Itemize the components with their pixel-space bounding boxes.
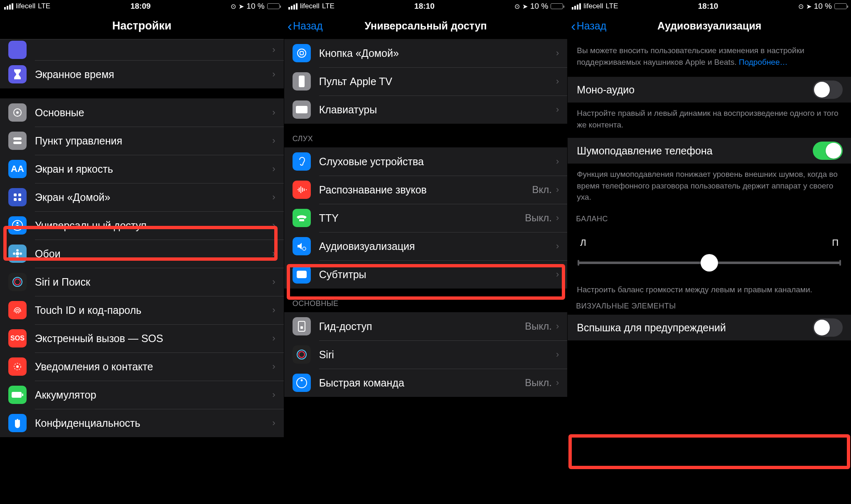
row-hearing-devices[interactable]: Слуховые устройства›: [284, 147, 568, 176]
chevron-right-icon: ›: [272, 107, 275, 118]
navbar: Настройки: [0, 12, 284, 39]
flower-icon: [8, 245, 27, 263]
chevron-right-icon: ›: [272, 361, 275, 372]
row-label: Шумоподавление телефона: [577, 145, 813, 157]
chevron-right-icon: ›: [556, 241, 559, 252]
row-screen-time[interactable]: Экранное время ›: [0, 60, 284, 88]
battery-percent: 10 %: [530, 2, 548, 11]
chevron-right-icon: ›: [272, 418, 275, 428]
generic-icon: [8, 41, 27, 59]
network-label: LTE: [38, 2, 50, 10]
battery-percent: 10 %: [814, 2, 832, 11]
slider-thumb[interactable]: [701, 254, 718, 272]
svg-rect-27: [297, 271, 307, 278]
row-label: Аудиовизуализация: [319, 240, 556, 252]
siri-icon: [293, 345, 311, 364]
row-shortcut[interactable]: Быстрая команда Выкл.›: [284, 369, 568, 397]
row-label: Экран «Домой»: [35, 191, 272, 203]
row-control-center[interactable]: Пункт управления›: [0, 127, 284, 155]
svg-point-9: [17, 222, 19, 224]
chevron-right-icon: ›: [556, 349, 559, 360]
chevron-right-icon: ›: [556, 76, 559, 87]
alarm-icon: ⊙: [798, 2, 804, 10]
row-value: Выкл.: [525, 321, 552, 332]
noise-cancel-switch[interactable]: [813, 142, 843, 160]
row-home-button[interactable]: Кнопка «Домой»›: [284, 39, 568, 67]
row-tty[interactable]: TTY Выкл.›: [284, 204, 568, 232]
svg-rect-19: [12, 392, 22, 398]
chevron-right-icon: ›: [556, 104, 559, 115]
row-noise-cancel[interactable]: Шумоподавление телефона: [568, 138, 851, 164]
headphone-accommodations-footer: Вы можете вносить пользовательские измен…: [568, 39, 851, 77]
chevron-right-icon: ›: [556, 321, 559, 332]
row-accessibility[interactable]: Универсальный доступ›: [0, 211, 284, 240]
row-siri[interactable]: Siri и Поиск›: [0, 268, 284, 296]
chevron-right-icon: ›: [272, 44, 275, 55]
row-label: Экранное время: [35, 69, 272, 81]
home-button-icon: [293, 44, 311, 62]
row-display[interactable]: AA Экран и яркость›: [0, 155, 284, 183]
section-visual: Визуальные элементы: [568, 299, 851, 315]
chevron-right-icon: ›: [556, 213, 559, 223]
battery-icon: [834, 3, 847, 9]
row-unknown-top[interactable]: ›: [0, 39, 284, 60]
balance-right-label: П: [832, 237, 839, 248]
row-battery[interactable]: Аккумулятор›: [0, 381, 284, 409]
row-label: TTY: [319, 212, 525, 224]
location-icon: ➤: [806, 2, 812, 10]
svg-point-12: [16, 256, 19, 258]
row-wallpaper[interactable]: Обои›: [0, 240, 284, 268]
chevron-right-icon: ›: [272, 305, 275, 316]
svg-rect-20: [22, 394, 23, 396]
row-label: Распознавание звуков: [319, 184, 532, 196]
row-privacy[interactable]: Конфиденциальность›: [0, 409, 284, 437]
exposure-icon: [8, 357, 27, 376]
row-exposure[interactable]: Уведомления о контакте›: [0, 352, 284, 381]
switches-icon: [8, 132, 27, 150]
phone-accessibility: lifecell LTE 18:10 ⊙ ➤ 10 % ‹Назад Униве…: [284, 0, 568, 504]
noise-cancel-footer: Функция шумоподавления понижает уровень …: [568, 164, 851, 210]
svg-rect-24: [296, 106, 307, 113]
svg-rect-7: [18, 198, 21, 201]
row-sos[interactable]: SOS Экстренный вызов — SOS›: [0, 324, 284, 352]
row-touchid[interactable]: Touch ID и код-пароль›: [0, 296, 284, 324]
chevron-right-icon: ›: [272, 135, 275, 146]
mono-audio-footer: Настройте правый и левый динамик на восп…: [568, 103, 851, 138]
balance-left-label: Л: [580, 237, 586, 248]
row-label: Touch ID и код-пароль: [35, 304, 272, 316]
row-label: Экран и яркость: [35, 163, 272, 175]
carrier-label: lifecell: [16, 2, 35, 10]
learn-more-link[interactable]: Подробнее…: [739, 58, 788, 66]
section-balance: Баланс: [568, 210, 851, 228]
mono-audio-switch[interactable]: [813, 81, 843, 99]
phone-audio-visual: lifecell LTE 18:10 ⊙ ➤ 10 % ‹Назад Аудио…: [567, 0, 851, 504]
svg-point-33: [300, 379, 303, 382]
row-audio-visual[interactable]: Аудиовизуализация›: [284, 232, 568, 260]
svg-rect-2: [13, 137, 22, 140]
row-flash-alerts[interactable]: Вспышка для предупреждений: [568, 315, 851, 340]
row-label: Кнопка «Домой»: [319, 47, 556, 59]
row-home-screen[interactable]: Экран «Домой»›: [0, 183, 284, 211]
clock: 18:10: [414, 2, 435, 11]
lock-screen-icon: [293, 317, 311, 335]
row-subtitles[interactable]: Субтитры›: [284, 260, 568, 289]
phone-settings: lifecell LTE 18:09 ⊙ ➤ 10 % Настройки › …: [0, 0, 284, 504]
row-mono-audio[interactable]: Моно-аудио: [568, 77, 851, 103]
row-label: Быстрая команда: [319, 377, 525, 389]
row-apple-tv[interactable]: Пульт Apple TV›: [284, 67, 568, 95]
balance-slider[interactable]: [578, 262, 841, 264]
row-guided-access[interactable]: Гид-доступ Выкл.›: [284, 312, 568, 340]
chevron-right-icon: ›: [556, 48, 559, 59]
row-sound-recognition[interactable]: Распознавание звуков Вкл.›: [284, 176, 568, 204]
page-title: Аудиовизуализация: [657, 20, 761, 32]
row-siri[interactable]: Siri›: [284, 340, 568, 369]
row-keyboards[interactable]: Клавиатуры›: [284, 95, 568, 124]
row-label: Слуховые устройства: [319, 156, 556, 168]
location-icon: ➤: [522, 2, 528, 10]
back-button[interactable]: ‹Назад: [288, 19, 323, 33]
row-general[interactable]: Основные›: [0, 98, 284, 127]
row-label: Уведомления о контакте: [35, 361, 272, 373]
flash-alerts-switch[interactable]: [813, 318, 843, 337]
chevron-right-icon: ›: [272, 248, 275, 259]
back-button[interactable]: ‹Назад: [571, 19, 606, 33]
